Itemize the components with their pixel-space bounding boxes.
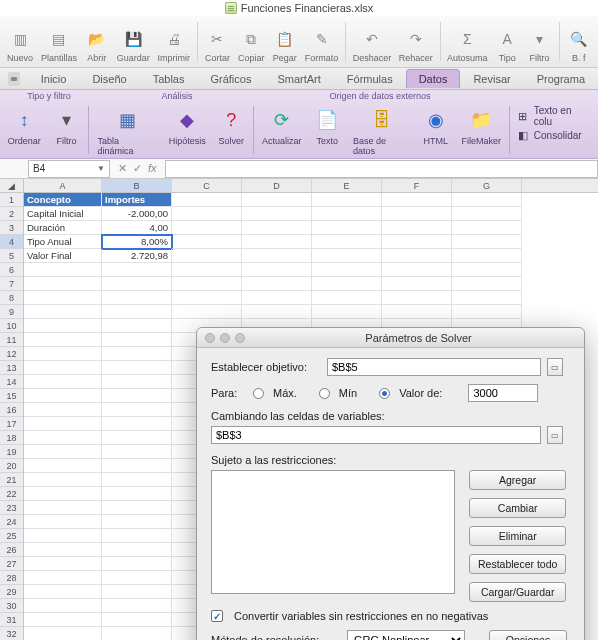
cell[interactable] — [102, 459, 172, 473]
toolbar-deshacer-button[interactable]: ↶Deshacer — [350, 18, 394, 65]
cell[interactable] — [24, 487, 102, 501]
cell[interactable] — [102, 487, 172, 501]
tabla-dinamica-button[interactable]: ▦Tabla dinámica — [91, 104, 162, 158]
row-header[interactable]: 30 — [0, 599, 23, 613]
hipotesis-button[interactable]: ◆Hipótesis — [163, 104, 212, 148]
row-header[interactable]: 10 — [0, 319, 23, 333]
cell[interactable] — [102, 389, 172, 403]
change-constraint-button[interactable]: Cambiar — [469, 498, 566, 518]
toolbar-cortar-button[interactable]: ✂Cortar — [202, 18, 233, 65]
tab-inicio[interactable]: Inicio — [28, 69, 80, 88]
load-save-button[interactable]: Cargar/Guardar — [469, 582, 566, 602]
ordenar-button[interactable]: ↕Ordenar — [2, 104, 47, 148]
cell[interactable]: Duración — [24, 221, 102, 235]
row-header[interactable]: 15 — [0, 389, 23, 403]
cell[interactable] — [382, 207, 452, 221]
cell[interactable] — [242, 221, 312, 235]
cell[interactable] — [102, 403, 172, 417]
cell[interactable] — [452, 277, 522, 291]
toolbar-filtro-button[interactable]: ▾Filtro — [524, 18, 554, 65]
cell[interactable] — [172, 207, 242, 221]
row-header[interactable]: 32 — [0, 627, 23, 640]
cell[interactable] — [452, 235, 522, 249]
tab-diseño[interactable]: Diseño — [79, 69, 139, 88]
col-header-B[interactable]: B — [102, 179, 172, 192]
cell[interactable] — [382, 235, 452, 249]
cell[interactable] — [24, 627, 102, 640]
cell[interactable] — [102, 571, 172, 585]
range-picker-icon[interactable]: ▭ — [547, 358, 563, 376]
tab-datos[interactable]: Datos — [406, 69, 461, 88]
toolbar-imprimir-button[interactable]: 🖨Imprimir — [155, 18, 193, 65]
tab-revisar[interactable]: Revisar — [460, 69, 523, 88]
cell[interactable] — [24, 417, 102, 431]
cell[interactable] — [24, 431, 102, 445]
dialog-titlebar[interactable]: Parámetros de Solver — [197, 328, 584, 348]
cell[interactable]: 4,00 — [102, 221, 172, 235]
toolbar-rehacer-button[interactable]: ↷Rehacer — [396, 18, 436, 65]
cell[interactable] — [24, 529, 102, 543]
toolbar-autosuma-button[interactable]: ΣAutosuma — [444, 18, 490, 65]
cell[interactable] — [102, 501, 172, 515]
cell[interactable] — [452, 221, 522, 235]
cell[interactable]: 2.720,98 — [102, 249, 172, 263]
column-headers[interactable]: ABCDEFG — [24, 179, 598, 193]
constraints-listbox[interactable] — [211, 470, 455, 594]
minimize-window-icon[interactable] — [220, 333, 230, 343]
cell[interactable] — [382, 277, 452, 291]
range-picker-icon-2[interactable]: ▭ — [547, 426, 563, 444]
cell[interactable] — [312, 249, 382, 263]
cell[interactable] — [102, 305, 172, 319]
home-icon[interactable] — [8, 72, 20, 86]
cell[interactable] — [24, 263, 102, 277]
col-header-C[interactable]: C — [172, 179, 242, 192]
cell[interactable] — [102, 333, 172, 347]
row-header[interactable]: 20 — [0, 459, 23, 473]
row-header[interactable]: 17 — [0, 417, 23, 431]
toolbar-copiar-button[interactable]: ⧉Copiar — [235, 18, 268, 65]
cell[interactable] — [102, 613, 172, 627]
cell[interactable]: Importes — [102, 193, 172, 207]
cell[interactable] — [102, 417, 172, 431]
toolbar-pegar-button[interactable]: 📋Pegar — [270, 18, 300, 65]
confirm-formula-icon[interactable]: ✓ — [133, 162, 142, 175]
cell[interactable] — [24, 319, 102, 333]
cell[interactable] — [382, 263, 452, 277]
row-header[interactable]: 29 — [0, 585, 23, 599]
cell[interactable] — [24, 613, 102, 627]
tab-smartart[interactable]: SmartArt — [264, 69, 333, 88]
row-header[interactable]: 8 — [0, 291, 23, 305]
row-header[interactable]: 19 — [0, 445, 23, 459]
texto-button[interactable]: 📄Texto — [307, 104, 347, 148]
cell[interactable] — [452, 249, 522, 263]
cell[interactable] — [102, 319, 172, 333]
toolbar-abrir-button[interactable]: 📂Abrir — [82, 18, 112, 65]
cell[interactable] — [172, 221, 242, 235]
cell[interactable] — [452, 291, 522, 305]
cell[interactable] — [172, 235, 242, 249]
row-header[interactable]: 22 — [0, 487, 23, 501]
tab-tablas[interactable]: Tablas — [140, 69, 198, 88]
consolidar-button[interactable]: ◧Consolidar — [516, 128, 592, 142]
cell[interactable] — [242, 249, 312, 263]
cell[interactable] — [452, 305, 522, 319]
cell[interactable] — [102, 445, 172, 459]
set-objective-input[interactable] — [327, 358, 541, 376]
cell[interactable] — [312, 207, 382, 221]
radio-valor-de[interactable] — [379, 388, 390, 399]
cell[interactable] — [24, 347, 102, 361]
row-header[interactable]: 21 — [0, 473, 23, 487]
cell[interactable] — [172, 305, 242, 319]
row-header[interactable]: 2 — [0, 207, 23, 221]
col-header-D[interactable]: D — [242, 179, 312, 192]
row-header[interactable]: 9 — [0, 305, 23, 319]
name-box[interactable]: B4 ▼ — [28, 160, 110, 178]
cell[interactable] — [382, 221, 452, 235]
valor-de-input[interactable] — [468, 384, 538, 402]
cell[interactable] — [24, 445, 102, 459]
toolbar-formato-button[interactable]: ✎Formato — [302, 18, 341, 65]
cell[interactable] — [242, 263, 312, 277]
cell[interactable] — [452, 207, 522, 221]
radio-min[interactable] — [319, 388, 330, 399]
cell[interactable]: Capital Inicial — [24, 207, 102, 221]
